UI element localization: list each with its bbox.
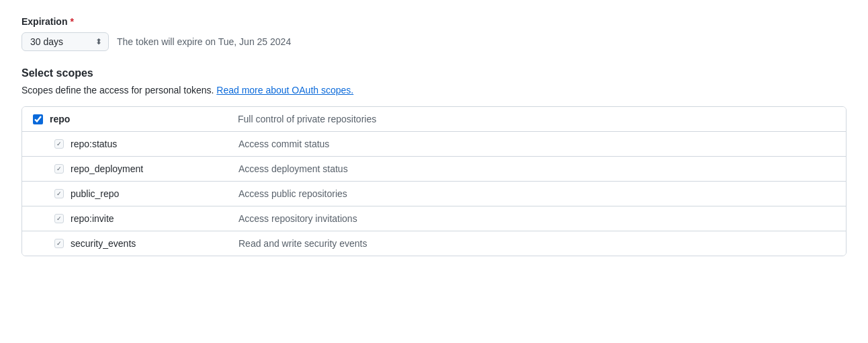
repo-invite-scope-name: repo:invite (71, 213, 238, 224)
public-repo-checkbox[interactable] (54, 189, 64, 198)
expiration-title: Expiration (21, 16, 67, 27)
repo-invite-checkbox[interactable] (54, 214, 64, 223)
repo-status-checkbox[interactable] (54, 139, 64, 149)
repo-checkbox[interactable] (33, 114, 43, 124)
scope-row-repo-deployment: repo_deployment Access deployment status (22, 157, 846, 182)
expiration-select-wrapper: 7 days 30 days 60 days 90 days Custom No… (21, 32, 109, 51)
required-marker: * (70, 16, 73, 27)
expiration-select[interactable]: 7 days 30 days 60 days 90 days Custom No… (21, 32, 109, 51)
repo-status-scope-name: repo:status (71, 139, 238, 149)
repo-scope-name: repo (50, 114, 238, 124)
repo-scope-description: Full control of private repositories (238, 114, 376, 124)
scopes-description: Scopes define the access for personal to… (21, 85, 847, 96)
repo-deployment-checkbox[interactable] (54, 164, 64, 174)
scopes-box: repo Full control of private repositorie… (21, 106, 847, 256)
oauth-scopes-link[interactable]: Read more about OAuth scopes. (216, 85, 353, 96)
expiration-label: Expiration * (21, 16, 847, 27)
scope-row-repo-invite: repo:invite Access repository invitation… (22, 206, 846, 231)
scopes-section: Select scopes Scopes define the access f… (21, 67, 847, 256)
scope-row-public-repo: public_repo Access public repositories (22, 182, 846, 206)
scopes-title: Select scopes (21, 67, 847, 79)
scope-row-repo-status: repo:status Access commit status (22, 132, 846, 157)
expiration-hint: The token will expire on Tue, Jun 25 202… (117, 36, 291, 47)
scope-row-security-events: security_events Read and write security … (22, 231, 846, 256)
repo-invite-scope-description: Access repository invitations (238, 213, 357, 224)
repo-status-scope-description: Access commit status (238, 139, 329, 149)
repo-deployment-scope-description: Access deployment status (238, 163, 348, 174)
public-repo-scope-description: Access public repositories (238, 188, 347, 199)
expiration-section: Expiration * 7 days 30 days 60 days 90 d… (21, 16, 847, 51)
repo-deployment-scope-name: repo_deployment (71, 163, 238, 174)
public-repo-scope-name: public_repo (71, 188, 238, 199)
security-events-checkbox[interactable] (54, 239, 64, 248)
scopes-description-text: Scopes define the access for personal to… (21, 85, 214, 96)
security-events-scope-description: Read and write security events (238, 238, 367, 249)
scope-row-repo: repo Full control of private repositorie… (22, 107, 846, 132)
expiration-row: 7 days 30 days 60 days 90 days Custom No… (21, 32, 847, 51)
security-events-scope-name: security_events (71, 238, 238, 249)
